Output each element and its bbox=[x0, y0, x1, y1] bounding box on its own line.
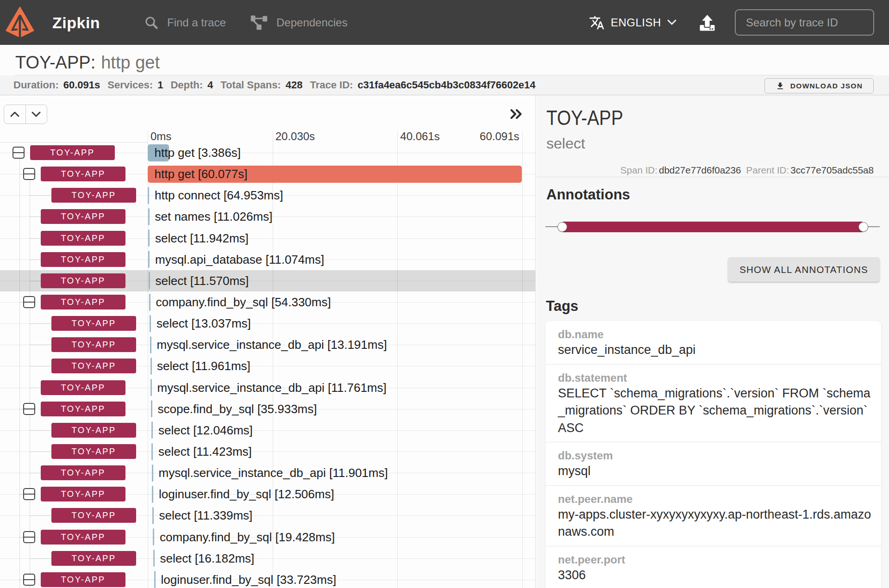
tag-value: mysql bbox=[558, 463, 874, 480]
timeline-row[interactable]: TOY-APPselect [13.037ms] bbox=[0, 313, 536, 334]
detail-divider bbox=[536, 177, 889, 177]
tag-value: my-apps.cluster-xyxyxyxyxyxy.ap-northeas… bbox=[558, 506, 874, 541]
timeline-row[interactable]: TOY-APPselect [11.942ms] bbox=[0, 228, 536, 249]
service-badge[interactable]: TOY-APP bbox=[51, 188, 136, 203]
tag-value: 3306 bbox=[558, 567, 874, 584]
service-badge[interactable]: TOY-APP bbox=[41, 209, 125, 224]
trace-search-input[interactable] bbox=[735, 9, 874, 36]
span-bar bbox=[149, 272, 150, 289]
tags-card: db.nameservice_instance_db_apidb.stateme… bbox=[545, 321, 881, 588]
language-selector[interactable]: ENGLISH bbox=[589, 0, 676, 45]
annotation-slider-bar[interactable] bbox=[562, 222, 863, 232]
brand-title[interactable]: Zipkin bbox=[52, 14, 100, 32]
timeline-row[interactable]: TOY-APPcompany.find_by_sql [19.428ms] bbox=[0, 526, 536, 548]
service-badge[interactable]: TOY-APP bbox=[41, 252, 125, 267]
timeline-row[interactable]: TOY-APPselect [16.182ms] bbox=[0, 548, 536, 569]
collapse-children-button[interactable] bbox=[23, 531, 35, 543]
annotation-slider-handle-left[interactable] bbox=[557, 222, 567, 232]
service-badge[interactable]: TOY-APP bbox=[41, 231, 125, 246]
prev-row-button[interactable] bbox=[4, 105, 25, 124]
upload-icon[interactable] bbox=[700, 15, 715, 31]
service-badge[interactable]: TOY-APP bbox=[30, 145, 115, 160]
tag-item: db.systemmysql bbox=[545, 442, 881, 486]
nav-deps-label: Dependencies bbox=[276, 16, 347, 29]
collapse-children-button[interactable] bbox=[23, 574, 35, 586]
span-label: set names [11.026ms] bbox=[155, 210, 272, 224]
tag-item: db.statementSELECT `schema_migrations`.`… bbox=[545, 365, 881, 443]
timeline-row[interactable]: TOY-APPscope.find_by_sql [35.933ms] bbox=[0, 398, 536, 420]
collapse-children-button[interactable] bbox=[23, 296, 35, 308]
tree-connector bbox=[19, 302, 24, 303]
service-badge[interactable]: TOY-APP bbox=[51, 508, 136, 523]
timeline-row[interactable]: TOY-APPmysql.api_database [11.074ms] bbox=[0, 249, 536, 270]
timeline-row[interactable]: TOY-APPset names [11.026ms] bbox=[0, 206, 536, 227]
summary-item: Depth:4 bbox=[170, 79, 213, 91]
tree-connector bbox=[30, 180, 30, 588]
timeline-row[interactable]: TOY-APPloginuser.find_by_sql [12.506ms] bbox=[0, 483, 536, 505]
ruler-label: 60.091s bbox=[480, 130, 519, 143]
timeline-row[interactable]: TOY-APPhttp connect [64.953ms] bbox=[0, 185, 536, 206]
timeline-row[interactable]: TOY-APPmysql.service_instance_db_api [13… bbox=[0, 334, 536, 355]
service-badge[interactable]: TOY-APP bbox=[41, 465, 125, 480]
summary-value: 60.091s bbox=[63, 79, 100, 91]
service-badge[interactable]: TOY-APP bbox=[51, 551, 136, 566]
timeline-row[interactable]: TOY-APPselect [11.961ms] bbox=[0, 355, 536, 377]
span-label: http get [3.386s] bbox=[155, 146, 241, 160]
timeline-row[interactable]: TOY-APPmysql.service_instance_db_api [11… bbox=[0, 377, 536, 398]
service-badge[interactable]: TOY-APP bbox=[41, 530, 125, 545]
service-badge[interactable]: TOY-APP bbox=[41, 167, 125, 181]
service-badge[interactable]: TOY-APP bbox=[41, 273, 125, 288]
timeline-rows: TOY-APPhttp get [3.386s]TOY-APPhttp get … bbox=[0, 142, 536, 588]
collapse-panel-icon[interactable] bbox=[510, 109, 522, 119]
timeline-row[interactable]: TOY-APPselect [11.423ms] bbox=[0, 441, 536, 462]
download-json-button[interactable]: DOWNLOAD JSON bbox=[764, 78, 874, 93]
summary-value: 428 bbox=[286, 79, 303, 91]
service-badge[interactable]: TOY-APP bbox=[41, 572, 125, 587]
collapse-children-button[interactable] bbox=[23, 168, 35, 180]
timeline-row[interactable]: TOY-APPmysql.service_instance_db_api [11… bbox=[0, 462, 536, 483]
service-badge[interactable]: TOY-APP bbox=[41, 487, 125, 501]
span-bar bbox=[148, 208, 150, 225]
timeline-row[interactable]: TOY-APPhttp get [3.386s] bbox=[0, 142, 536, 163]
timeline-row[interactable]: TOY-APPselect [11.339ms] bbox=[0, 505, 536, 526]
tag-value: SELECT `schema_migrations`.`version` FRO… bbox=[558, 385, 874, 437]
service-badge[interactable]: TOY-APP bbox=[51, 444, 136, 459]
service-badge[interactable]: TOY-APP bbox=[51, 359, 136, 373]
show-all-annotations-button[interactable]: SHOW ALL ANNOTATIONS bbox=[728, 257, 880, 282]
span-bar bbox=[152, 507, 154, 524]
service-badge[interactable]: TOY-APP bbox=[51, 316, 136, 331]
tree-connector bbox=[19, 174, 24, 174]
summary-value: c31fa4ea6c545cb4b3c0834f76602e14 bbox=[357, 79, 535, 91]
timeline-row[interactable]: TOY-APPselect [12.046ms] bbox=[0, 420, 536, 441]
row-nav-buttons bbox=[4, 105, 47, 124]
service-badge[interactable]: TOY-APP bbox=[41, 402, 125, 416]
collapse-children-button[interactable] bbox=[23, 488, 35, 500]
timeline-row[interactable]: TOY-APPselect [11.570ms] bbox=[0, 270, 536, 291]
search-icon bbox=[144, 16, 158, 30]
tag-key: db.statement bbox=[558, 371, 874, 384]
span-label: loginuser.find_by_sql [33.723ms] bbox=[161, 572, 336, 587]
service-badge[interactable]: TOY-APP bbox=[51, 337, 136, 352]
timeline-row[interactable]: TOY-APPloginuser.find_by_sql [33.723ms] bbox=[0, 569, 536, 588]
service-badge[interactable]: TOY-APP bbox=[51, 423, 136, 438]
span-label: select [11.339ms] bbox=[159, 508, 252, 523]
annotation-slider-handle-right[interactable] bbox=[858, 222, 868, 232]
collapse-children-button[interactable] bbox=[23, 403, 35, 415]
tag-key: net.peer.name bbox=[558, 493, 874, 505]
span-label: scope.find_by_sql [35.933ms] bbox=[157, 402, 317, 416]
span-bar bbox=[154, 571, 156, 588]
span-bar bbox=[150, 379, 152, 396]
tree-connector bbox=[19, 537, 24, 538]
language-label: ENGLISH bbox=[611, 16, 661, 29]
collapse-children-button[interactable] bbox=[13, 147, 25, 159]
nav-find-a-trace[interactable]: Find a trace bbox=[144, 0, 226, 45]
service-badge[interactable]: TOY-APP bbox=[41, 295, 125, 309]
timeline-row[interactable]: TOY-APPcompany.find_by_sql [54.330ms] bbox=[0, 291, 536, 313]
chevron-up-icon bbox=[10, 111, 19, 117]
nav-dependencies[interactable]: Dependencies bbox=[250, 0, 347, 45]
zipkin-logo-icon[interactable] bbox=[5, 6, 35, 39]
span-bar bbox=[153, 550, 155, 567]
timeline-row[interactable]: TOY-APPhttp get [60.077s] bbox=[0, 163, 536, 185]
service-badge[interactable]: TOY-APP bbox=[41, 380, 125, 395]
next-row-button[interactable] bbox=[25, 105, 47, 124]
